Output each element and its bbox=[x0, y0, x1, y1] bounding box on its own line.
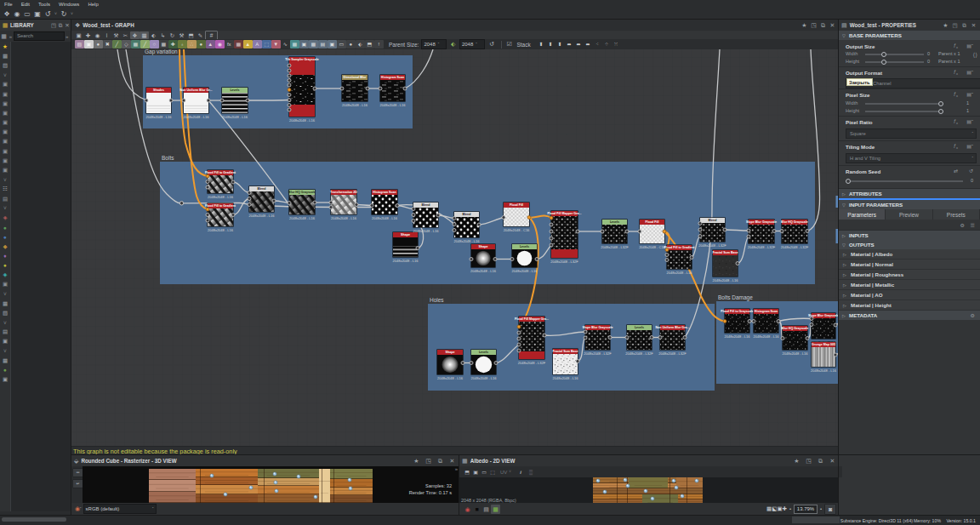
shelf-pin-icon[interactable]: ⬒ bbox=[365, 40, 374, 49]
node-port[interactable] bbox=[412, 220, 415, 223]
view2d-popup-icon[interactable]: ◳ bbox=[804, 458, 813, 465]
width-slider-knob[interactable] bbox=[881, 52, 886, 57]
library-cat-chev-16[interactable]: ˅ bbox=[0, 203, 10, 213]
node-port[interactable] bbox=[747, 229, 750, 232]
library-cat-item-5[interactable]: ▣ bbox=[0, 99, 10, 108]
graph-node-blur1[interactable]: Blur HQ Grayscale2048x2048 - L16 bbox=[288, 189, 316, 220]
view2d-copy-icon[interactable]: ▭ bbox=[480, 469, 488, 475]
node-port[interactable] bbox=[453, 229, 456, 232]
node-port[interactable] bbox=[288, 83, 291, 87]
output-row-ao[interactable]: ▷Material | AO bbox=[839, 290, 980, 300]
divider-graph-props[interactable] bbox=[838, 20, 839, 515]
favorites[interactable]: ★ bbox=[0, 42, 10, 51]
info-icon[interactable]: i bbox=[102, 31, 111, 39]
node-port[interactable] bbox=[182, 99, 185, 102]
node-port[interactable] bbox=[329, 206, 333, 209]
node-port[interactable] bbox=[550, 230, 553, 233]
library-cat-item-18[interactable]: ● bbox=[0, 223, 10, 232]
graph-node-nublur[interactable]: Non Uniform Blur Gra...2048x2048 - L32F bbox=[655, 324, 689, 356]
height-value[interactable]: 0 bbox=[927, 59, 930, 64]
parent-size-dropdown[interactable]: 2048ˇ bbox=[421, 39, 447, 49]
metadata-gear-icon[interactable]: ⚙ bbox=[971, 312, 975, 318]
node-port[interactable] bbox=[340, 87, 344, 90]
library-cat-item-32[interactable]: ▦ bbox=[0, 356, 10, 365]
node-port[interactable] bbox=[698, 222, 702, 225]
align-v3-icon[interactable]: ⬍ bbox=[556, 40, 565, 49]
shelf-sphere-icon[interactable]: ● bbox=[197, 40, 206, 49]
node-port[interactable] bbox=[550, 243, 553, 247]
size-reset-icon[interactable]: ↺ bbox=[487, 40, 497, 49]
library-cat-generators-1[interactable]: ▨ bbox=[0, 60, 10, 70]
shelf-gradient-map-icon[interactable]: ▦ bbox=[159, 40, 168, 49]
wire-grayscale[interactable] bbox=[248, 100, 289, 101]
graph-node-blend1[interactable]: Blend2048x2048 - L16 bbox=[248, 185, 276, 218]
graph-node-shades[interactable]: Shades2048x2048 - L16 bbox=[145, 87, 173, 119]
node-port[interactable] bbox=[470, 258, 473, 261]
pixel-ratio-preset-icon[interactable]: ▤ˇ bbox=[966, 118, 973, 124]
pixel-size-function-icon[interactable]: ƒx bbox=[954, 91, 958, 98]
section-input-parameters[interactable]: ▽INPUT PARAMETERS bbox=[839, 200, 980, 209]
node-port[interactable] bbox=[453, 223, 456, 226]
node-port[interactable] bbox=[638, 230, 641, 233]
library-cat-item-7[interactable]: ▣ bbox=[0, 118, 10, 128]
dist-2-icon[interactable]: ⁘ bbox=[602, 40, 612, 49]
node-port[interactable] bbox=[313, 201, 316, 204]
node-port[interactable] bbox=[403, 87, 407, 90]
node-port[interactable] bbox=[535, 258, 538, 261]
align-h2-icon[interactable]: ⬌ bbox=[574, 40, 584, 49]
shelf-channel-shuffle-icon[interactable]: ✖ bbox=[103, 40, 112, 49]
node-port[interactable] bbox=[723, 228, 726, 231]
view2d-close-icon[interactable]: ✕ bbox=[828, 458, 837, 465]
graph-node-histscan1[interactable]: Histogram Scan2048x2048 - L16 bbox=[379, 74, 407, 107]
random-seed-value[interactable]: 0 bbox=[971, 178, 973, 183]
node-port-color[interactable] bbox=[550, 216, 553, 220]
node-port[interactable] bbox=[517, 349, 521, 352]
link-elbow-icon[interactable]: ↳ bbox=[158, 31, 168, 39]
shelf-fx-icon[interactable]: fx bbox=[225, 40, 234, 49]
random-seed-knob[interactable] bbox=[846, 179, 851, 184]
node-port[interactable] bbox=[698, 235, 702, 238]
menu-file[interactable]: File bbox=[0, 0, 17, 9]
pixel-height-value[interactable]: 1 bbox=[966, 108, 969, 113]
node-port[interactable] bbox=[493, 258, 497, 261]
node-port[interactable] bbox=[206, 180, 209, 184]
graph-node-dirblur[interactable]: Directional Blur2048x2048 - L16 bbox=[340, 74, 369, 107]
library-cat-item-8[interactable]: ▣ bbox=[0, 128, 10, 137]
library-cat-item-19[interactable]: ● bbox=[0, 232, 10, 242]
node-port[interactable] bbox=[517, 331, 521, 334]
graph-tab-title[interactable]: Wood_test - GRAPH bbox=[83, 22, 134, 28]
node-port[interactable] bbox=[366, 87, 369, 90]
channel-black-icon[interactable]: ■ bbox=[472, 505, 481, 514]
node-port[interactable] bbox=[288, 94, 291, 97]
view2d-save-icon[interactable]: ▣ bbox=[471, 469, 480, 475]
node-port[interactable] bbox=[461, 362, 464, 365]
undo-caret-icon[interactable]: ˅ bbox=[53, 9, 59, 19]
channel-image-icon[interactable]: ▦ bbox=[491, 505, 500, 514]
export-icon[interactable]: ⬒ bbox=[186, 31, 196, 39]
node-port[interactable] bbox=[510, 258, 514, 261]
node-port[interactable] bbox=[698, 228, 702, 231]
section-attributes[interactable]: ▷ATTRIBUTES bbox=[839, 189, 980, 198]
node-port[interactable] bbox=[231, 180, 235, 184]
height-slider-knob[interactable] bbox=[881, 60, 886, 65]
screenshot-icon[interactable]: ◉ bbox=[93, 31, 102, 39]
node-port[interactable] bbox=[550, 237, 553, 240]
node-port[interactable] bbox=[288, 69, 291, 72]
node-port[interactable] bbox=[313, 87, 316, 90]
library-cat-item-6[interactable]: ▣ bbox=[0, 108, 10, 117]
view3d-viewport[interactable]: » Samples: 32 Render Time: 0.17 s bbox=[83, 466, 459, 503]
graph-pin-icon[interactable]: ★ bbox=[800, 22, 809, 29]
zoom-out-button[interactable]: • bbox=[787, 506, 794, 511]
library-cat-item-22[interactable]: ● bbox=[0, 260, 10, 270]
random-seed-slider[interactable] bbox=[846, 180, 963, 182]
redo-icon[interactable]: ↻ bbox=[59, 9, 69, 19]
properties-pin-icon[interactable]: ★ bbox=[941, 22, 950, 29]
search-input[interactable]: Search bbox=[14, 31, 65, 41]
shelf-height-icon[interactable]: ▲ bbox=[206, 40, 215, 49]
node-port[interactable] bbox=[288, 99, 291, 102]
graph-node-ffmapper1[interactable]: Flood Fill Mapper Gra...2048x2048 - L32F bbox=[548, 210, 582, 264]
shelf-comment-icon[interactable]: ▭ bbox=[337, 40, 346, 49]
align-v2-icon[interactable]: ⬍ bbox=[546, 40, 556, 49]
node-port[interactable] bbox=[207, 99, 210, 102]
node-port[interactable] bbox=[777, 320, 780, 323]
